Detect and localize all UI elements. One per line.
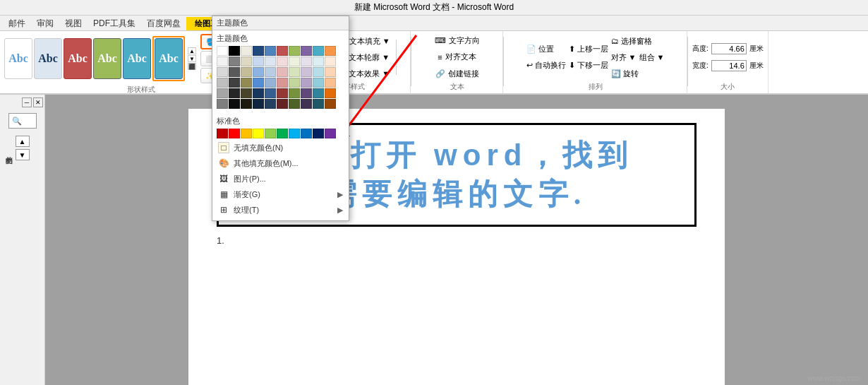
sidebar-search-box[interactable]: 🔍 bbox=[8, 113, 37, 129]
theme-color-swatch[interactable] bbox=[253, 88, 264, 98]
theme-color-swatch[interactable] bbox=[313, 46, 324, 56]
theme-color-swatch[interactable] bbox=[241, 78, 252, 88]
theme-color-swatch[interactable] bbox=[253, 46, 264, 56]
rotate-btn[interactable]: 🔄 旋转 bbox=[611, 66, 665, 81]
theme-color-swatch[interactable] bbox=[277, 57, 288, 66]
theme-color-swatch[interactable] bbox=[217, 67, 228, 77]
theme-color-swatch[interactable] bbox=[217, 46, 228, 56]
abc-btn-1[interactable]: Abc bbox=[4, 38, 32, 79]
theme-color-swatch[interactable] bbox=[289, 99, 300, 109]
theme-color-swatch[interactable] bbox=[229, 99, 240, 109]
theme-color-swatch[interactable] bbox=[325, 99, 336, 109]
sidebar-minimize-btn[interactable]: ─ bbox=[22, 97, 32, 107]
theme-color-swatch[interactable] bbox=[289, 57, 300, 66]
texture-item[interactable]: ⊞ 纹理(T) ▶ bbox=[212, 202, 349, 218]
theme-color-swatch[interactable] bbox=[313, 57, 324, 66]
standard-color-swatch[interactable] bbox=[289, 129, 300, 138]
theme-color-swatch[interactable] bbox=[253, 57, 264, 66]
theme-color-swatch[interactable] bbox=[289, 67, 300, 77]
theme-color-swatch[interactable] bbox=[301, 99, 312, 109]
theme-color-swatch[interactable] bbox=[241, 46, 252, 56]
standard-color-swatch[interactable] bbox=[313, 129, 324, 138]
theme-color-swatch[interactable] bbox=[265, 99, 276, 109]
theme-color-swatch[interactable] bbox=[265, 78, 276, 88]
no-fill-item[interactable]: □ 无填充颜色(N) bbox=[212, 140, 349, 155]
shape-style-scroll-up[interactable]: ▲ bbox=[188, 47, 196, 54]
select-pane-btn[interactable]: 🗂 选择窗格 bbox=[611, 34, 665, 48]
group-btn[interactable]: 组合 ▼ bbox=[639, 50, 665, 64]
abc-btn-4[interactable]: Abc bbox=[93, 38, 121, 79]
nav-down-btn[interactable]: ▼ bbox=[16, 149, 30, 160]
theme-color-swatch[interactable] bbox=[313, 99, 324, 109]
standard-color-swatch[interactable] bbox=[265, 129, 276, 138]
theme-color-swatch[interactable] bbox=[301, 78, 312, 88]
standard-color-swatch[interactable] bbox=[325, 129, 336, 138]
abc-btn-6[interactable]: Abc bbox=[155, 38, 183, 79]
theme-color-swatch[interactable] bbox=[301, 67, 312, 77]
theme-color-swatch[interactable] bbox=[241, 88, 252, 98]
theme-color-swatch[interactable] bbox=[265, 88, 276, 98]
theme-color-swatch[interactable] bbox=[325, 88, 336, 98]
picture-item[interactable]: 🖼 图片(P)... bbox=[212, 171, 349, 186]
theme-color-swatch[interactable] bbox=[277, 88, 288, 98]
other-color-item[interactable]: 🎨 其他填充颜色(M)... bbox=[212, 155, 349, 171]
shape-style-expand[interactable]: ⬛ bbox=[188, 63, 196, 70]
theme-color-swatch[interactable] bbox=[217, 99, 228, 109]
align-right-btn[interactable]: 对齐 ▼ bbox=[611, 50, 637, 64]
theme-color-swatch[interactable] bbox=[265, 46, 276, 56]
theme-color-swatch[interactable] bbox=[289, 46, 300, 56]
theme-color-swatch[interactable] bbox=[229, 67, 240, 77]
abc-btn-2[interactable]: Abc bbox=[34, 38, 62, 79]
theme-color-swatch[interactable] bbox=[325, 57, 336, 66]
tab-mail[interactable]: 邮件 bbox=[3, 16, 31, 30]
theme-color-swatch[interactable] bbox=[241, 67, 252, 77]
shape-style-scroll-down[interactable]: ▼ bbox=[188, 55, 196, 62]
theme-color-swatch[interactable] bbox=[241, 99, 252, 109]
theme-color-swatch[interactable] bbox=[253, 99, 264, 109]
height-input[interactable] bbox=[711, 43, 747, 54]
theme-color-swatch[interactable] bbox=[325, 78, 336, 88]
theme-color-swatch[interactable] bbox=[277, 99, 288, 109]
tab-pdf[interactable]: PDF工具集 bbox=[88, 16, 141, 30]
width-input[interactable] bbox=[711, 60, 747, 71]
theme-color-swatch[interactable] bbox=[265, 57, 276, 66]
theme-color-swatch[interactable] bbox=[289, 78, 300, 88]
theme-color-swatch[interactable] bbox=[325, 67, 336, 77]
theme-color-swatch[interactable] bbox=[277, 46, 288, 56]
position-btn[interactable]: 📄 位置 bbox=[526, 42, 566, 57]
abc-btn-5[interactable]: Abc bbox=[123, 38, 151, 79]
text-direction-btn[interactable]: ⌨ 文字方向 bbox=[435, 34, 480, 47]
theme-color-swatch[interactable] bbox=[313, 88, 324, 98]
theme-color-swatch[interactable] bbox=[217, 88, 228, 98]
theme-color-swatch[interactable] bbox=[229, 57, 240, 66]
sidebar-close-btn[interactable]: ✕ bbox=[33, 97, 43, 107]
create-link-btn[interactable]: 🔗 创建链接 bbox=[435, 67, 479, 81]
abc-btn-3[interactable]: Abc bbox=[64, 38, 92, 79]
theme-color-swatch[interactable] bbox=[217, 78, 228, 88]
theme-color-swatch[interactable] bbox=[277, 78, 288, 88]
theme-color-swatch[interactable] bbox=[265, 67, 276, 77]
standard-color-swatch[interactable] bbox=[277, 129, 288, 138]
standard-color-swatch[interactable] bbox=[241, 129, 252, 138]
tab-view[interactable]: 视图 bbox=[59, 16, 88, 30]
standard-color-swatch[interactable] bbox=[301, 129, 312, 138]
tab-review[interactable]: 审阅 bbox=[31, 16, 59, 30]
theme-color-swatch[interactable] bbox=[289, 88, 300, 98]
theme-color-swatch[interactable] bbox=[253, 78, 264, 88]
theme-color-swatch[interactable] bbox=[325, 46, 336, 56]
theme-color-swatch[interactable] bbox=[301, 88, 312, 98]
theme-color-swatch[interactable] bbox=[229, 78, 240, 88]
up-layer-btn[interactable]: ⬆ 上移一层 bbox=[569, 42, 608, 57]
theme-color-swatch[interactable] bbox=[229, 88, 240, 98]
standard-color-swatch[interactable] bbox=[253, 129, 264, 138]
standard-color-swatch[interactable] bbox=[229, 129, 240, 138]
theme-color-swatch[interactable] bbox=[253, 67, 264, 77]
theme-color-swatch[interactable] bbox=[229, 46, 240, 56]
theme-color-swatch[interactable] bbox=[217, 57, 228, 66]
theme-color-swatch[interactable] bbox=[313, 67, 324, 77]
tab-baidu[interactable]: 百度网盘 bbox=[141, 16, 186, 30]
theme-color-swatch[interactable] bbox=[301, 46, 312, 56]
theme-color-swatch[interactable] bbox=[301, 57, 312, 66]
wrap-btn[interactable]: ↩ 自动换行 bbox=[526, 59, 566, 73]
theme-color-swatch[interactable] bbox=[277, 67, 288, 77]
